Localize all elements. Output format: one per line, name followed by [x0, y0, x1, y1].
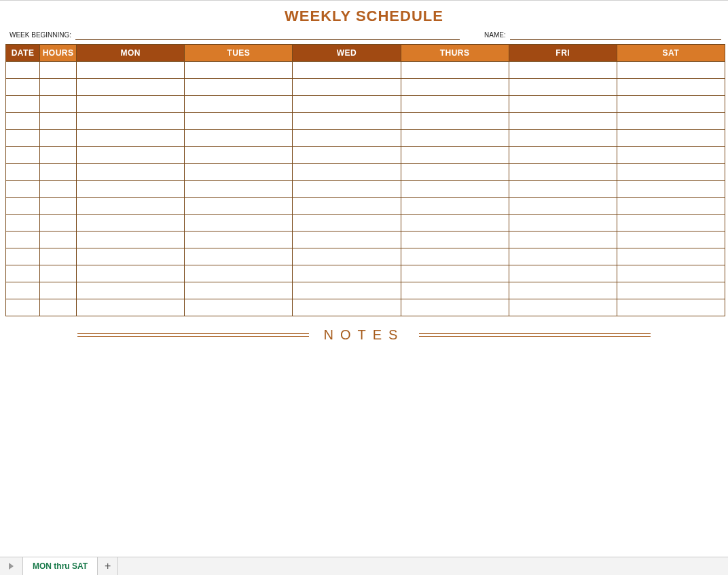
cell-date[interactable]	[6, 282, 40, 299]
cell-thurs[interactable]	[401, 248, 509, 265]
cell-fri[interactable]	[509, 231, 617, 248]
cell-hours[interactable]	[40, 282, 77, 299]
cell-fri[interactable]	[509, 147, 617, 164]
sheet-nav-next-button[interactable]	[0, 557, 23, 575]
cell-date[interactable]	[6, 113, 40, 130]
cell-mon[interactable]	[77, 299, 185, 316]
cell-hours[interactable]	[40, 147, 77, 164]
cell-mon[interactable]	[77, 265, 185, 282]
cell-thurs[interactable]	[401, 147, 509, 164]
cell-thurs[interactable]	[401, 79, 509, 96]
cell-sat[interactable]	[617, 231, 725, 248]
cell-sat[interactable]	[617, 79, 725, 96]
cell-tues[interactable]	[185, 265, 293, 282]
cell-sat[interactable]	[617, 265, 725, 282]
cell-wed[interactable]	[293, 231, 401, 248]
cell-hours[interactable]	[40, 79, 77, 96]
cell-date[interactable]	[6, 265, 40, 282]
cell-wed[interactable]	[293, 164, 401, 181]
name-field[interactable]	[510, 31, 721, 40]
cell-sat[interactable]	[617, 299, 725, 316]
cell-wed[interactable]	[293, 299, 401, 316]
cell-date[interactable]	[6, 130, 40, 147]
cell-sat[interactable]	[617, 215, 725, 231]
cell-fri[interactable]	[509, 130, 617, 147]
cell-hours[interactable]	[40, 265, 77, 282]
cell-wed[interactable]	[293, 96, 401, 113]
cell-wed[interactable]	[293, 113, 401, 130]
cell-mon[interactable]	[77, 79, 185, 96]
cell-mon[interactable]	[77, 164, 185, 181]
week-beginning-field[interactable]	[75, 31, 460, 40]
cell-fri[interactable]	[509, 282, 617, 299]
cell-tues[interactable]	[185, 147, 293, 164]
cell-wed[interactable]	[293, 147, 401, 164]
cell-mon[interactable]	[77, 96, 185, 113]
cell-thurs[interactable]	[401, 113, 509, 130]
cell-hours[interactable]	[40, 231, 77, 248]
cell-wed[interactable]	[293, 248, 401, 265]
cell-sat[interactable]	[617, 62, 725, 79]
cell-sat[interactable]	[617, 164, 725, 181]
cell-fri[interactable]	[509, 113, 617, 130]
cell-sat[interactable]	[617, 198, 725, 215]
cell-mon[interactable]	[77, 248, 185, 265]
cell-sat[interactable]	[617, 147, 725, 164]
cell-hours[interactable]	[40, 113, 77, 130]
cell-hours[interactable]	[40, 181, 77, 198]
cell-sat[interactable]	[617, 130, 725, 147]
cell-date[interactable]	[6, 79, 40, 96]
cell-fri[interactable]	[509, 96, 617, 113]
cell-date[interactable]	[6, 164, 40, 181]
cell-mon[interactable]	[77, 147, 185, 164]
cell-hours[interactable]	[40, 248, 77, 265]
cell-tues[interactable]	[185, 164, 293, 181]
cell-thurs[interactable]	[401, 96, 509, 113]
cell-fri[interactable]	[509, 62, 617, 79]
cell-wed[interactable]	[293, 79, 401, 96]
cell-wed[interactable]	[293, 215, 401, 231]
cell-fri[interactable]	[509, 299, 617, 316]
cell-date[interactable]	[6, 248, 40, 265]
cell-tues[interactable]	[185, 198, 293, 215]
sheet-tab-active[interactable]: MON thru SAT	[23, 557, 98, 575]
cell-fri[interactable]	[509, 181, 617, 198]
cell-tues[interactable]	[185, 181, 293, 198]
cell-hours[interactable]	[40, 198, 77, 215]
cell-tues[interactable]	[185, 299, 293, 316]
cell-wed[interactable]	[293, 282, 401, 299]
cell-sat[interactable]	[617, 181, 725, 198]
cell-thurs[interactable]	[401, 164, 509, 181]
cell-tues[interactable]	[185, 113, 293, 130]
cell-hours[interactable]	[40, 299, 77, 316]
cell-sat[interactable]	[617, 113, 725, 130]
cell-tues[interactable]	[185, 282, 293, 299]
cell-mon[interactable]	[77, 231, 185, 248]
cell-sat[interactable]	[617, 96, 725, 113]
cell-date[interactable]	[6, 96, 40, 113]
cell-tues[interactable]	[185, 231, 293, 248]
cell-fri[interactable]	[509, 265, 617, 282]
cell-thurs[interactable]	[401, 231, 509, 248]
cell-thurs[interactable]	[401, 62, 509, 79]
cell-date[interactable]	[6, 181, 40, 198]
cell-tues[interactable]	[185, 215, 293, 231]
cell-date[interactable]	[6, 62, 40, 79]
cell-thurs[interactable]	[401, 215, 509, 231]
cell-wed[interactable]	[293, 62, 401, 79]
cell-fri[interactable]	[509, 198, 617, 215]
cell-sat[interactable]	[617, 248, 725, 265]
cell-hours[interactable]	[40, 62, 77, 79]
cell-hours[interactable]	[40, 164, 77, 181]
cell-mon[interactable]	[77, 282, 185, 299]
cell-mon[interactable]	[77, 215, 185, 231]
cell-mon[interactable]	[77, 62, 185, 79]
cell-hours[interactable]	[40, 130, 77, 147]
cell-wed[interactable]	[293, 181, 401, 198]
cell-tues[interactable]	[185, 96, 293, 113]
cell-thurs[interactable]	[401, 265, 509, 282]
cell-tues[interactable]	[185, 79, 293, 96]
cell-thurs[interactable]	[401, 198, 509, 215]
cell-fri[interactable]	[509, 79, 617, 96]
cell-thurs[interactable]	[401, 181, 509, 198]
